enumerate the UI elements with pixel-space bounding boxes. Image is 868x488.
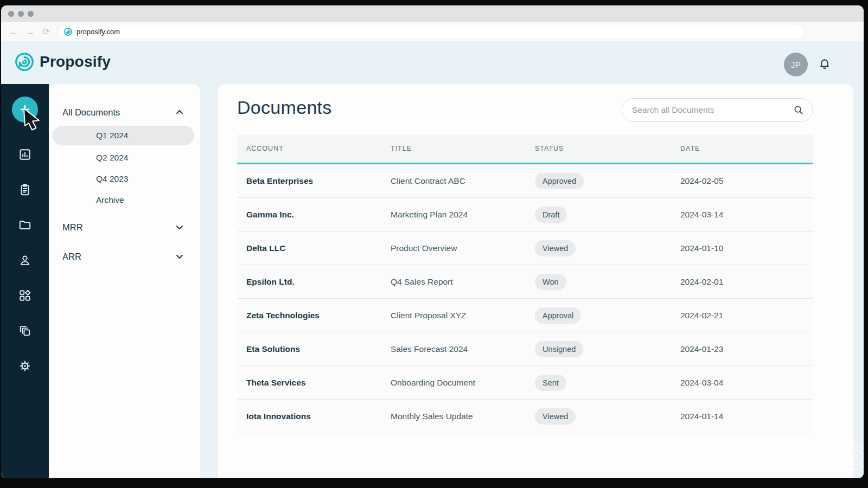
table-row[interactable]: Eta SolutionsSales Forecast 2024Unsigned… [237,332,813,366]
avatar[interactable]: JP [784,53,808,76]
column-header-date: DATE [671,145,813,152]
address-bar[interactable]: proposify.com [59,24,804,38]
tree-section-arr[interactable]: ARR [49,247,200,266]
nav-folders-button[interactable] [18,218,32,232]
browser-titlebar [1,5,864,22]
chevron-up-icon [175,108,184,117]
documents-table: ACCOUNTTITLESTATUSDATE Beta EnterprisesC… [237,134,813,433]
search-icon[interactable] [793,104,805,116]
proposify-logo[interactable]: Proposify [14,52,111,72]
cell-title: Marketing Plan 2024 [381,210,526,220]
screenshot-frame: ← → ⟳ proposify.com [0,0,868,488]
tree-section-mrr[interactable]: MRR [49,218,200,236]
cell-account: Beta Enterprises [237,176,381,186]
table-header: ACCOUNTTITLESTATUSDATE [237,134,813,164]
nav-settings-button[interactable] [18,359,32,373]
cell-account: Epsilon Ltd. [237,277,381,287]
nav-templates-button[interactable] [18,288,32,303]
status-badge: Approval [535,307,581,324]
status-badge: Viewed [535,240,576,256]
cell-title: Onboarding Document [381,378,526,388]
proposify-logo-icon [14,52,35,72]
url-text: proposify.com [76,28,120,36]
cell-date: 2024-01-14 [671,412,813,421]
status-badge: Sent [535,375,566,391]
app-header: Proposify JP [1,41,864,84]
tree-section-all-documents[interactable]: All Documents [49,103,200,121]
documents-main: Documents ACCOUNTTITLESTATUSDATE [218,84,853,478]
chevron-down-icon [175,252,184,261]
notifications-button[interactable] [817,57,832,73]
cell-title: Monthly Sales Update [381,412,526,421]
tree-section-label: All Documents [62,107,120,118]
tree-item-q2-2024[interactable]: Q2 2024 [53,147,194,168]
status-badge: Unsigned [535,341,583,357]
table-row[interactable]: Beta EnterprisesClient Contract ABCAppro… [237,164,813,198]
search-box[interactable] [622,98,813,122]
forward-button[interactable]: → [25,27,35,36]
dashboard-icon [18,288,32,303]
table-body: Beta EnterprisesClient Contract ABCAppro… [237,164,813,433]
search-input[interactable] [631,105,793,115]
copies-icon [18,324,32,338]
cell-status: Won [526,274,671,290]
nav-library-button[interactable] [18,324,32,338]
cell-status: Sent [526,375,671,391]
cell-account: Gamma Inc. [237,210,381,220]
reload-button[interactable]: ⟳ [42,27,50,36]
column-header-account: ACCOUNT [237,145,381,152]
table-row[interactable]: Gamma Inc.Marketing Plan 2024Draft2024-0… [237,198,813,232]
cell-title: Client Contract ABC [381,176,526,186]
doc-tree: All DocumentsQ1 2024Q2 2024Q4 2023Archiv… [49,103,200,266]
mouse-cursor [23,107,44,131]
status-badge: Draft [535,207,567,223]
chevron-down-icon [175,223,184,232]
app-body: All DocumentsQ1 2024Q2 2024Q4 2023Archiv… [1,84,864,478]
bar-chart-icon [18,147,32,162]
back-button[interactable]: ← [9,27,18,36]
table-row[interactable]: Zeta TechnologiesClient Proposal XYZAppr… [237,299,813,332]
status-badge: Viewed [535,408,576,425]
nav-rail [1,84,49,478]
watermark-logo [839,441,864,474]
nav-contacts-button[interactable] [18,253,32,267]
tree-section-label: MRR [62,222,83,233]
cell-status: Draft [526,207,671,223]
cell-status: Unsigned [526,341,671,357]
cell-title: Product Overview [381,243,526,253]
table-row[interactable]: Delta LLCProduct OverviewViewed2024-01-1… [237,232,813,265]
window-minimize-button[interactable] [18,11,24,17]
cell-title: Q4 Sales Report [381,277,526,287]
cell-account: Zeta Technologies [237,311,381,320]
person-icon [18,253,32,267]
cell-status: Viewed [526,240,671,256]
table-row[interactable]: Theta ServicesOnboarding DocumentSent202… [237,366,813,400]
column-header-status: STATUS [526,145,671,152]
tree-item-q4-2023[interactable]: Q4 2023 [53,168,194,189]
settings-gear-icon [18,359,32,373]
page-title: Documents [237,97,332,118]
window-close-button[interactable] [8,11,14,17]
cell-title: Sales Forecast 2024 [381,344,526,354]
tree-section-label: ARR [62,252,81,262]
cell-date: 2024-02-05 [671,176,813,186]
cell-status: Approval [526,307,671,324]
browser-toolbar: ← → ⟳ proposify.com [1,22,864,41]
nav-reports-button[interactable] [18,147,32,162]
nav-documents-button[interactable] [18,183,32,197]
tree-item-q1-2024[interactable]: Q1 2024 [53,126,194,145]
documents-sidebar: All DocumentsQ1 2024Q2 2024Q4 2023Archiv… [49,84,200,478]
bell-icon [818,57,832,72]
status-badge: Approved [535,173,584,189]
column-header-title: TITLE [381,145,526,152]
tree-item-archive[interactable]: Archive [53,189,194,210]
cell-date: 2024-02-01 [671,277,813,287]
table-row[interactable]: Iota InnovationsMonthly Sales UpdateView… [237,400,813,433]
table-row[interactable]: Epsilon Ltd.Q4 Sales ReportWon2024-02-01 [237,265,813,299]
cell-status: Viewed [526,408,671,425]
cell-account: Theta Services [237,378,381,388]
window-zoom-button[interactable] [28,11,34,17]
cell-account: Delta LLC [237,243,381,253]
browser-window: ← → ⟳ proposify.com [1,5,864,478]
cell-date: 2024-03-04 [671,378,813,388]
